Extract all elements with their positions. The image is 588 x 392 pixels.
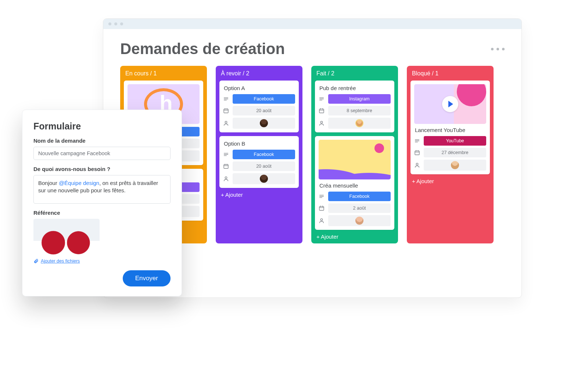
- card-thumb: [319, 140, 391, 179]
- form-title: Formulaire: [33, 121, 171, 132]
- card-title: Option B: [224, 140, 295, 147]
- card-assignee: [328, 215, 391, 226]
- card-assignee: [233, 118, 295, 129]
- card-title: Option A: [224, 85, 295, 91]
- user-icon: [319, 218, 325, 224]
- kanban-card[interactable]: Lancement YouTubeYouTube27 décembre: [410, 81, 490, 174]
- user-icon: [223, 120, 229, 126]
- need-text: Bonjour: [38, 180, 59, 186]
- user-icon: [414, 162, 420, 168]
- card-assignee: [424, 160, 486, 171]
- svg-rect-27: [224, 164, 228, 168]
- svg-point-31: [225, 177, 227, 179]
- paperclip-icon: [33, 259, 39, 264]
- window-titlebar: [103, 19, 521, 29]
- column-header: Fait / 2: [311, 66, 398, 81]
- user-icon: [223, 176, 229, 182]
- board-header: Demandes de création: [103, 29, 521, 66]
- kanban-card[interactable]: Option AFacebook20 août: [219, 81, 299, 132]
- list-icon: [319, 193, 325, 199]
- column-header: En cours / 1: [120, 66, 207, 81]
- list-icon: [223, 152, 229, 157]
- card-title: Lancement YouTube: [415, 127, 486, 133]
- svg-point-55: [416, 163, 418, 165]
- list-icon: [319, 96, 325, 102]
- reference-thumbnail[interactable]: [33, 219, 100, 256]
- svg-rect-51: [415, 151, 419, 155]
- board-more-button[interactable]: [491, 48, 505, 50]
- column-body: Option AFacebook20 aoûtOption BFacebook2…: [216, 81, 302, 188]
- add-files-link[interactable]: Ajouter des fichiers: [33, 259, 80, 264]
- user-icon: [319, 120, 325, 126]
- svg-rect-43: [319, 206, 324, 210]
- calendar-icon: [319, 108, 325, 114]
- card-date: 2 août: [328, 203, 391, 213]
- window-dot: [114, 22, 117, 25]
- column-body: Lancement YouTubeYouTube27 décembre: [407, 81, 494, 174]
- assignee-avatar: [260, 119, 268, 127]
- svg-point-23: [225, 121, 227, 123]
- assignee-avatar: [260, 175, 268, 183]
- submit-button[interactable]: Envoyer: [123, 270, 171, 286]
- name-label: Nom de la demande: [33, 138, 171, 144]
- kanban-column: Bloqué / 1Lancement YouTubeYouTube27 déc…: [407, 66, 494, 243]
- svg-point-47: [320, 219, 322, 221]
- card-title: Pub de rentrée: [319, 85, 391, 91]
- request-need-textarea[interactable]: Bonjour @Équipe design, on est prêts à t…: [33, 175, 171, 204]
- assignee-avatar: [451, 161, 459, 169]
- play-icon[interactable]: [442, 96, 458, 112]
- window-dot: [120, 22, 123, 25]
- add-card-button[interactable]: + Ajouter: [216, 188, 302, 199]
- list-icon: [223, 96, 229, 102]
- calendar-icon: [223, 163, 229, 169]
- card-channel: Facebook: [233, 150, 295, 159]
- assignee-avatar: [355, 217, 363, 225]
- column-body: Pub de rentréeInstagram8 septembreCréa m…: [311, 81, 398, 230]
- card-date: 8 septembre: [328, 106, 391, 115]
- card-thumb: [414, 84, 486, 124]
- add-card-button[interactable]: + Ajouter: [311, 230, 398, 241]
- card-assignee: [328, 118, 391, 129]
- window-dot: [108, 22, 111, 25]
- svg-rect-35: [319, 109, 324, 113]
- board-title: Demandes de création: [120, 40, 285, 58]
- card-assignee: [233, 173, 295, 184]
- assignee-avatar: [355, 119, 363, 127]
- request-name-input[interactable]: [33, 147, 171, 160]
- card-date: 20 août: [233, 106, 295, 115]
- card-date: 20 août: [233, 161, 295, 171]
- kanban-column: Fait / 2Pub de rentréeInstagram8 septemb…: [311, 66, 398, 243]
- reference-label: Référence: [33, 210, 171, 216]
- card-channel: Facebook: [233, 94, 295, 104]
- column-header: Bloqué / 1: [407, 66, 494, 81]
- card-channel: Facebook: [328, 192, 391, 201]
- card-channel: Instagram: [328, 94, 391, 104]
- svg-rect-19: [224, 109, 228, 113]
- list-icon: [414, 138, 420, 144]
- kanban-card[interactable]: Pub de rentréeInstagram8 septembre: [315, 81, 394, 132]
- calendar-icon: [414, 150, 420, 156]
- calendar-icon: [223, 108, 229, 114]
- svg-point-39: [320, 121, 322, 123]
- card-date: 27 décembre: [424, 148, 486, 157]
- calendar-icon: [319, 205, 325, 211]
- kanban-column: À revoir / 2Option AFacebook20 aoûtOptio…: [216, 66, 302, 243]
- kanban-card[interactable]: Créa mensuelleFacebook2 août: [315, 136, 394, 230]
- column-header: À revoir / 2: [216, 66, 302, 81]
- kanban-card[interactable]: Option BFacebook20 août: [219, 136, 299, 188]
- mention-team-design[interactable]: @Équipe design: [59, 180, 99, 186]
- card-title: Créa mensuelle: [319, 182, 391, 189]
- add-card-button[interactable]: + Ajouter: [407, 174, 494, 186]
- card-channel: YouTube: [424, 136, 486, 146]
- create-request-form: Formulaire Nom de la demande De quoi avo…: [22, 110, 182, 296]
- need-label: De quoi avons-nous besoin ?: [33, 166, 171, 172]
- add-files-label: Ajouter des fichiers: [41, 259, 80, 264]
